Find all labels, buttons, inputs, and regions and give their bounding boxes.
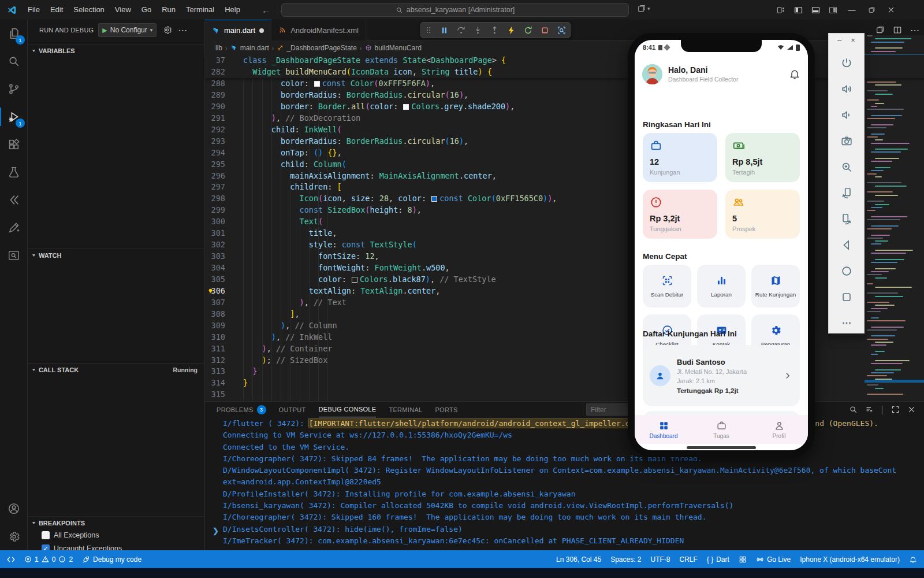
- step-out-button[interactable]: [490, 25, 500, 35]
- restart-button[interactable]: [523, 25, 533, 35]
- code-line-293[interactable]: 293 borderRadius: BorderRadius.circular(…: [205, 136, 924, 147]
- code-line-290[interactable]: 290 border: Border.all(color: Colors.gre…: [205, 101, 924, 113]
- code-line-298[interactable]: 298 Icon(icon, size: 28, color: const Co…: [205, 193, 924, 205]
- pause-button[interactable]: [439, 25, 449, 35]
- emulator-minimize-button[interactable]: –: [837, 36, 841, 45]
- breadcrumb-file[interactable]: main.dart: [240, 44, 269, 52]
- menu-item-laporan[interactable]: Laporan: [697, 265, 746, 307]
- notifications-bell[interactable]: [904, 555, 924, 564]
- menu-item-rute-kunjungan[interactable]: Rute Kunjungan: [751, 265, 800, 307]
- code-line-308[interactable]: 308 ],: [205, 309, 924, 320]
- code-line-299[interactable]: 299 const SizedBox(height: 8),: [205, 205, 924, 216]
- activity-item-search-editor[interactable]: [0, 242, 28, 269]
- inspect-widget-button[interactable]: [557, 25, 567, 35]
- menu-go[interactable]: Go: [136, 0, 157, 20]
- menu-view[interactable]: View: [110, 0, 136, 20]
- command-center-search[interactable]: absensi_karyawan [Administrator]: [281, 3, 629, 17]
- more-actions-icon[interactable]: ⋯: [178, 25, 188, 36]
- lightbulb-icon[interactable]: [207, 288, 214, 294]
- toggle-sidebar-icon[interactable]: [793, 5, 803, 15]
- emulator-overview-button[interactable]: [839, 290, 854, 305]
- nav-item-tugas[interactable]: Tugas: [692, 415, 750, 444]
- encoding-status[interactable]: UTF-8: [646, 555, 675, 564]
- code-line-37[interactable]: 37class _DashboardPageState extends Stat…: [205, 55, 924, 66]
- problems-status[interactable]: 1 0 2: [20, 550, 77, 568]
- emulator-rotate-left-button[interactable]: [839, 186, 854, 201]
- language-status[interactable]: { } Dart: [702, 555, 734, 564]
- editor-more-actions-icon[interactable]: ⋯: [910, 25, 919, 36]
- emulator-zoom-button[interactable]: [839, 160, 854, 175]
- cursor-position[interactable]: Ln 306, Col 45: [552, 555, 606, 564]
- activity-item-extensions[interactable]: [0, 131, 28, 158]
- maximize-panel-icon[interactable]: [891, 405, 900, 414]
- indentation-status[interactable]: Spaces: 2: [606, 555, 646, 564]
- avatar[interactable]: [642, 64, 662, 84]
- activity-item-testing[interactable]: [0, 158, 28, 186]
- code-line-294[interactable]: 294 onTap: () {},: [205, 147, 924, 159]
- code-line-282[interactable]: 282 Widget buildMenuCard(IconData icon, …: [205, 66, 924, 78]
- activity-item-flutter[interactable]: [0, 186, 28, 214]
- code-area[interactable]: 288 color: const Color(0xFFF5F6FA),289 b…: [205, 78, 924, 401]
- account-button[interactable]: [0, 495, 28, 523]
- emulator-volume-up-button[interactable]: [839, 81, 854, 97]
- code-line-305[interactable]: 305 color: Colors.black87), // TextStyle: [205, 274, 924, 286]
- console-search-icon[interactable]: [849, 405, 858, 414]
- breadcrumb-lib[interactable]: lib: [215, 44, 222, 52]
- code-line-301[interactable]: 301 title,: [205, 228, 924, 239]
- menu-help[interactable]: Help: [219, 0, 245, 20]
- emulator-back-button[interactable]: [839, 238, 854, 253]
- launch-config-dropdown[interactable]: ▶ No Configur ▾: [98, 23, 157, 37]
- split-editor-icon[interactable]: [893, 25, 902, 35]
- nav-item-profil[interactable]: Profil: [750, 415, 808, 444]
- code-line-307[interactable]: 307 ), // Text: [205, 297, 924, 309]
- breadcrumb-method[interactable]: buildMenuCard: [375, 44, 422, 52]
- hot-reload-button[interactable]: [506, 25, 516, 35]
- breakpoint-all-exceptions[interactable]: All Exceptions: [28, 529, 204, 542]
- menu-file[interactable]: File: [23, 0, 45, 20]
- code-line-296[interactable]: 296 mainAxisAlignment: MainAxisAlignment…: [205, 171, 924, 182]
- code-line-315[interactable]: 315: [205, 389, 924, 401]
- clear-console-icon[interactable]: [865, 405, 874, 414]
- go-live-button[interactable]: Go Live: [751, 555, 795, 564]
- code-line-297[interactable]: 297 children: [: [205, 181, 924, 193]
- drag-handle-icon[interactable]: [424, 25, 433, 35]
- code-line-304[interactable]: 304 fontWeight: FontWeight.w500,: [205, 262, 924, 274]
- menu-terminal[interactable]: Terminal: [181, 0, 219, 20]
- call-stack-section-header[interactable]: ▼ CALL STACK Running: [28, 363, 204, 376]
- extension-grid-button[interactable]: [734, 555, 751, 564]
- toggle-panel-icon[interactable]: [811, 5, 821, 15]
- close-panel-icon[interactable]: [907, 405, 916, 414]
- window-restore-button[interactable]: [862, 0, 881, 20]
- tab-main-dart[interactable]: main.dart: [205, 20, 271, 40]
- emulator-close-button[interactable]: ×: [851, 36, 855, 45]
- code-line-306[interactable]: 306 textAlign: TextAlign.center,: [205, 286, 924, 297]
- code-line-295[interactable]: 295 child: Column(: [205, 159, 924, 171]
- code-line-288[interactable]: 288 color: const Color(0xFFF5F6FA),: [205, 78, 924, 90]
- code-line-310[interactable]: 310 ), // InkWell: [205, 332, 924, 343]
- emulator-power-button[interactable]: [839, 55, 854, 71]
- panel-tab-problems[interactable]: PROBLEMS 3: [217, 402, 266, 417]
- checkbox-unchecked[interactable]: [42, 531, 50, 539]
- eol-status[interactable]: CRLF: [675, 555, 702, 564]
- toggle-secondary-sidebar-icon[interactable]: [828, 5, 838, 15]
- window-close-button[interactable]: [881, 0, 901, 20]
- code-line-289[interactable]: 289 borderRadius: BorderRadius.circular(…: [205, 90, 924, 101]
- stop-button[interactable]: [540, 25, 550, 35]
- step-into-button[interactable]: [473, 25, 483, 35]
- settings-button[interactable]: [0, 523, 28, 550]
- code-line-302[interactable]: 302 style: const TextStyle(: [205, 239, 924, 251]
- emulator-rotate-right-button[interactable]: [839, 212, 854, 227]
- open-editors-icon[interactable]: [875, 25, 885, 35]
- remote-indicator[interactable]: [0, 550, 20, 568]
- code-line-300[interactable]: 300 Text(: [205, 216, 924, 228]
- home-indicator[interactable]: [687, 446, 756, 449]
- watch-section-header[interactable]: ▼ WATCH: [28, 249, 204, 261]
- nav-item-dashboard[interactable]: Dashboard: [635, 415, 692, 444]
- emulator-more-button[interactable]: [839, 316, 854, 331]
- menu-edit[interactable]: Edit: [45, 0, 68, 20]
- menu-selection[interactable]: Selection: [68, 0, 109, 20]
- activity-item-run-debug[interactable]: 1: [0, 103, 28, 131]
- window-minimize-button[interactable]: —: [842, 0, 862, 20]
- console-input-prompt[interactable]: ❯: [213, 527, 219, 535]
- panel-tab-output[interactable]: OUTPUT: [279, 402, 306, 417]
